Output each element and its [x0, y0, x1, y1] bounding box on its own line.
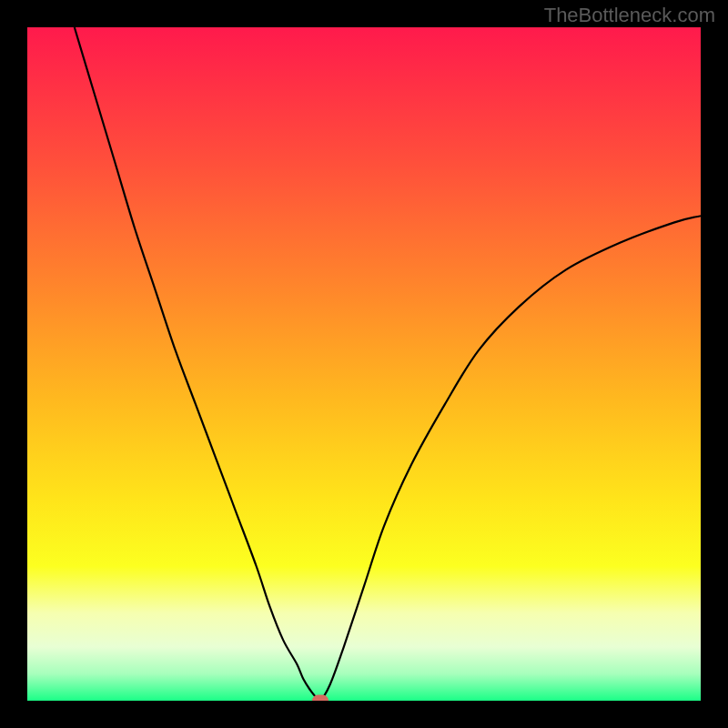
optimal-marker	[312, 695, 329, 702]
bottleneck-curve	[75, 27, 701, 701]
watermark-text: TheBottleneck.com	[544, 4, 715, 27]
plot-area	[27, 27, 701, 701]
curve-layer	[27, 27, 701, 701]
chart-frame: TheBottleneck.com	[0, 0, 728, 728]
